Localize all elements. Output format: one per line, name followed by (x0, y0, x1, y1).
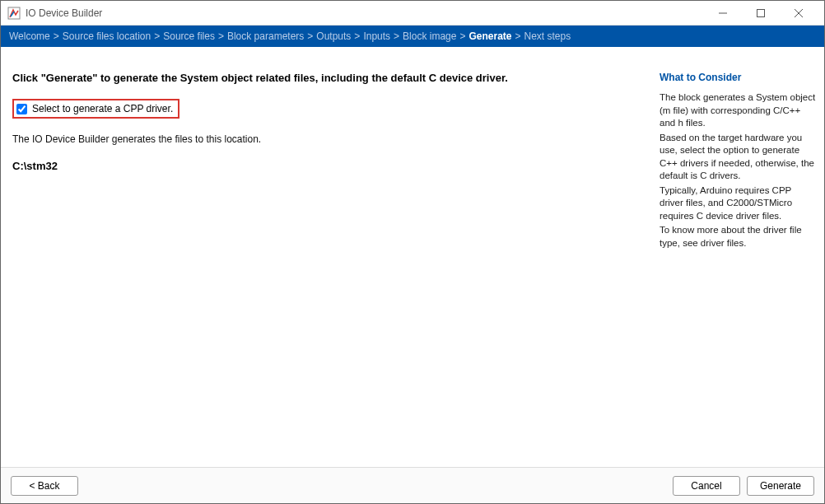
close-button[interactable] (780, 1, 818, 26)
output-path: C:\stm32 (12, 160, 640, 172)
breadcrumb-item[interactable]: Generate (468, 30, 511, 42)
breadcrumb-item[interactable]: Welcome (9, 30, 50, 42)
breadcrumb-item[interactable]: Next steps (524, 30, 571, 42)
generate-button[interactable]: Generate (747, 476, 814, 496)
page-title: Click "Generate" to generate the System … (12, 72, 640, 84)
breadcrumb-item[interactable]: Block parameters (227, 30, 304, 42)
sidebar-title: What to Consider (660, 72, 816, 83)
sidebar-paragraph: To know more about the driver file type,… (660, 224, 816, 250)
titlebar: IO Device Builder (1, 1, 824, 26)
breadcrumb-separator: > (154, 30, 160, 42)
sidebar-panel: What to Consider The block generates a S… (651, 47, 824, 467)
back-button[interactable]: < Back (11, 476, 78, 496)
sidebar-paragraph: Based on the target hardware you use, se… (660, 132, 816, 183)
breadcrumb-separator: > (307, 30, 313, 42)
window-title: IO Device Builder (26, 7, 704, 19)
breadcrumb-item[interactable]: Outputs (316, 30, 351, 42)
app-icon (7, 7, 21, 20)
maximize-button[interactable] (742, 1, 780, 26)
breadcrumb-item[interactable]: Source files location (63, 30, 151, 42)
breadcrumb: Welcome>Source files location>Source fil… (1, 26, 824, 47)
svg-rect-2 (757, 9, 765, 16)
output-location-description: The IO Device Builder generates the file… (12, 133, 640, 145)
footer-bar: < Back Cancel Generate (1, 467, 824, 503)
breadcrumb-separator: > (515, 30, 521, 42)
cpp-driver-checkbox-label[interactable]: Select to generate a CPP driver. (32, 103, 173, 114)
cpp-driver-checkbox[interactable] (16, 104, 27, 114)
cpp-driver-checkbox-row: Select to generate a CPP driver. (12, 99, 179, 119)
minimize-button[interactable] (704, 1, 742, 26)
breadcrumb-item[interactable]: Source files (163, 30, 215, 42)
breadcrumb-separator: > (218, 30, 224, 42)
breadcrumb-separator: > (459, 30, 465, 42)
breadcrumb-item[interactable]: Inputs (363, 30, 390, 42)
breadcrumb-separator: > (354, 30, 360, 42)
breadcrumb-item[interactable]: Block image (403, 30, 456, 42)
breadcrumb-separator: > (54, 30, 59, 42)
content-area: Click "Generate" to generate the System … (1, 47, 824, 467)
sidebar-paragraph: The block generates a System object (m f… (660, 91, 816, 130)
cancel-button[interactable]: Cancel (673, 476, 740, 496)
sidebar-paragraph: Typically, Arduino requires CPP driver f… (660, 184, 816, 223)
main-panel: Click "Generate" to generate the System … (1, 47, 651, 467)
breadcrumb-separator: > (394, 30, 399, 42)
